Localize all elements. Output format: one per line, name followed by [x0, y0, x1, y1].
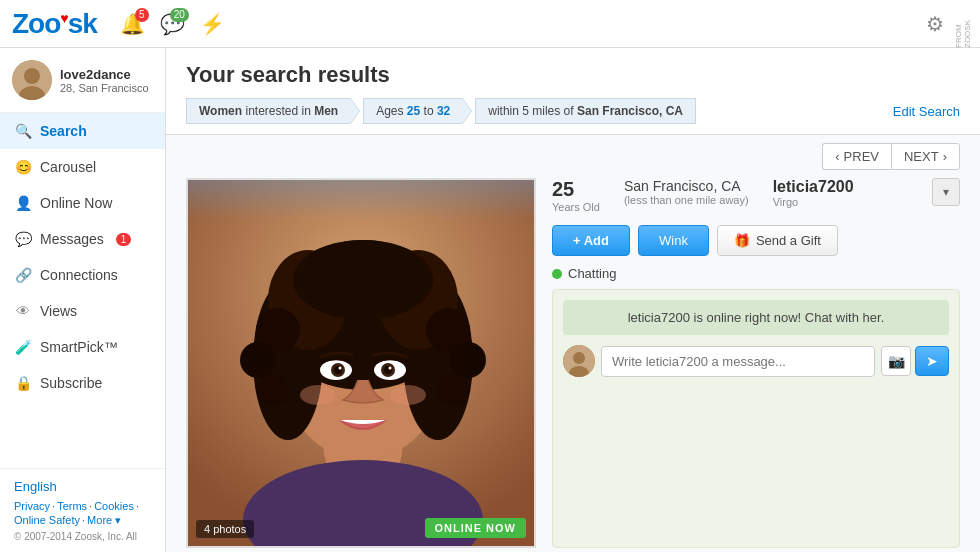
more-link[interactable]: More ▾: [87, 514, 121, 527]
pagination-bar: ‹ PREV NEXT ›: [166, 135, 980, 178]
age-label: Years Old: [552, 201, 600, 213]
content-area: Your search results Women interested in …: [166, 48, 980, 552]
prev-button[interactable]: ‹ PREV: [822, 143, 891, 170]
photos-count-badge: 4 photos: [196, 520, 254, 538]
user-name: love2dance: [60, 67, 149, 82]
sidebar-item-subscribe-label: Subscribe: [40, 375, 102, 391]
online-indicator: [552, 269, 562, 279]
svg-point-27: [389, 367, 392, 370]
sidebar-item-smartpick[interactable]: 🧪 SmartPick™: [0, 329, 165, 365]
next-arrow-icon: ›: [943, 149, 947, 164]
notifications-icon[interactable]: 🔔 5: [117, 8, 149, 40]
photo-icon: 📷: [888, 353, 905, 369]
avatar: [12, 60, 52, 100]
sidebar-item-smartpick-label: SmartPick™: [40, 339, 118, 355]
svg-point-15: [240, 342, 276, 378]
wink-button[interactable]: Wink: [638, 225, 709, 256]
profile-stats: 25 Years Old San Francisco, CA (less tha…: [552, 178, 854, 213]
age-value: 25: [552, 178, 600, 201]
sidebar-item-connections[interactable]: 🔗 Connections: [0, 257, 165, 293]
location-sub: (less than one mile away): [624, 194, 749, 206]
carousel-icon: 😊: [14, 159, 32, 175]
chatting-status: Chatting: [552, 266, 960, 281]
app-header: Zoo♥sk 🔔 5 💬 20 ⚡ ⚙ FROM ZOOSK: [0, 0, 980, 48]
location-value: San Francisco, CA: [624, 178, 749, 194]
add-button[interactable]: + Add: [552, 225, 630, 256]
boost-icon[interactable]: ⚡: [197, 8, 229, 40]
username-stat: leticia7200 Virgo: [773, 178, 854, 213]
chat-input-row: 📷 ➤: [563, 345, 949, 377]
sidebar-item-messages-label: Messages: [40, 231, 104, 247]
zodiac-sign: Virgo: [773, 196, 854, 208]
send-message-button[interactable]: ➤: [915, 346, 949, 376]
sidebar-item-carousel[interactable]: 😊 Carousel: [0, 149, 165, 185]
profile-top: 25 Years Old San Francisco, CA (less tha…: [552, 178, 960, 213]
sidebar-item-online-label: Online Now: [40, 195, 112, 211]
chat-online-message: leticia7200 is online right now! Chat wi…: [563, 300, 949, 335]
messages-badge: 20: [170, 8, 189, 22]
messages-notif-icon[interactable]: 💬 20: [157, 8, 189, 40]
profile-dropdown-button[interactable]: ▾: [932, 178, 960, 206]
svg-point-16: [257, 374, 289, 406]
messages-count-badge: 1: [116, 233, 132, 246]
main-layout: love2dance 28, San Francisco 🔍 Search 😊 …: [0, 48, 980, 552]
svg-point-23: [339, 367, 342, 370]
sidebar-item-views[interactable]: 👁 Views: [0, 293, 165, 329]
svg-point-1: [24, 68, 40, 84]
lightning-icon: ⚡: [200, 12, 225, 36]
svg-point-13: [293, 240, 433, 320]
copyright: © 2007-2014 Zoosk, Inc. All: [14, 531, 151, 542]
terms-link[interactable]: Terms: [57, 500, 87, 512]
header-icons: 🔔 5 💬 20 ⚡: [117, 8, 229, 40]
chat-send-buttons: 📷 ➤: [881, 346, 949, 376]
nav-items: 🔍 Search 😊 Carousel 👤 Online Now 💬 Messa…: [0, 113, 165, 468]
username-value: leticia7200: [773, 178, 854, 196]
online-now-badge: ONLINE NOW: [425, 518, 527, 538]
chat-avatar: [563, 345, 595, 377]
sidebar-item-subscribe[interactable]: 🔒 Subscribe: [0, 365, 165, 401]
sidebar-item-views-label: Views: [40, 303, 77, 319]
online-icon: 👤: [14, 195, 32, 211]
location-stat: San Francisco, CA (less than one mile aw…: [624, 178, 749, 213]
sidebar-item-connections-label: Connections: [40, 267, 118, 283]
user-location: 28, San Francisco: [60, 82, 149, 94]
page-title: Your search results: [186, 62, 960, 88]
sidebar-item-online-now[interactable]: 👤 Online Now: [0, 185, 165, 221]
logo[interactable]: Zoo♥sk: [12, 8, 97, 40]
chatting-label: Chatting: [568, 266, 616, 281]
criteria-pill-gender: Women interested in Men: [186, 98, 351, 124]
notification-badge: 5: [135, 8, 149, 22]
logo-text: Zoo♥sk: [12, 8, 97, 40]
profile-photo[interactable]: 4 photos ONLINE NOW: [186, 178, 536, 548]
next-button[interactable]: NEXT ›: [891, 143, 960, 170]
edit-search-link[interactable]: Edit Search: [893, 104, 960, 119]
send-arrow-icon: ➤: [926, 353, 938, 369]
chat-message-input[interactable]: [601, 346, 875, 377]
action-buttons: + Add Wink 🎁 Send a Gift: [552, 225, 960, 256]
sidebar-item-search[interactable]: 🔍 Search: [0, 113, 165, 149]
photo-top-fade: [188, 180, 534, 220]
sidebar: love2dance 28, San Francisco 🔍 Search 😊 …: [0, 48, 166, 552]
user-info: love2dance 28, San Francisco: [60, 67, 149, 94]
sidebar-footer: English Privacy · Terms · Cookies · Onli…: [0, 468, 165, 552]
user-profile[interactable]: love2dance 28, San Francisco: [0, 48, 165, 113]
criteria-arrow-inner-1: [350, 98, 359, 124]
privacy-link[interactable]: Privacy: [14, 500, 50, 512]
footer-links: Privacy · Terms · Cookies · Online Safet…: [14, 500, 151, 527]
media-attach-button[interactable]: 📷: [881, 346, 911, 376]
sidebar-item-messages[interactable]: 💬 Messages 1: [0, 221, 165, 257]
settings-icon[interactable]: ⚙: [926, 12, 944, 36]
svg-point-18: [450, 342, 486, 378]
connections-icon: 🔗: [14, 267, 32, 283]
svg-point-29: [390, 385, 426, 405]
result-area: 4 photos ONLINE NOW 25 Years Old San Fra…: [166, 178, 980, 548]
gift-icon: 🎁: [734, 233, 750, 248]
language-selector[interactable]: English: [14, 479, 151, 494]
svg-point-19: [437, 374, 469, 406]
svg-point-28: [300, 385, 336, 405]
search-icon: 🔍: [14, 123, 32, 139]
send-gift-button[interactable]: 🎁 Send a Gift: [717, 225, 838, 256]
online-safety-link[interactable]: Online Safety: [14, 514, 80, 527]
cookies-link[interactable]: Cookies: [94, 500, 134, 512]
chat-area: leticia7200 is online right now! Chat wi…: [552, 289, 960, 548]
